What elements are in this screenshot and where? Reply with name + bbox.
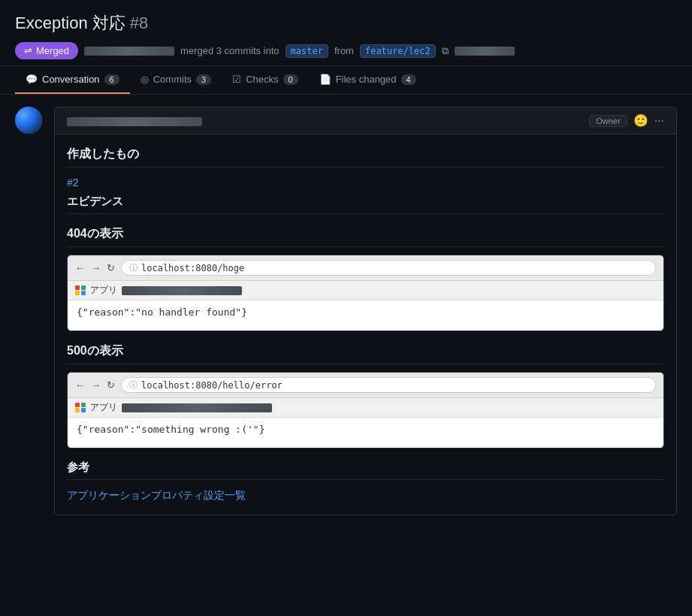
comment-box: Owner 🙂 ··· 作成したもの #2 エビデンス 404の表示 ← → ↻… xyxy=(54,107,677,515)
comment-header-actions: Owner 🙂 ··· xyxy=(589,113,664,128)
files-count: 4 xyxy=(401,74,416,85)
info-icon-500: ⓘ xyxy=(129,379,137,391)
url-text-404: localhost:8080/hoge xyxy=(141,263,244,273)
reload-button-500[interactable]: ↻ xyxy=(107,379,115,391)
commits-icon: ◎ xyxy=(141,74,149,85)
browser-bookmarks-500: アプリ xyxy=(68,398,663,418)
info-icon: ⓘ xyxy=(129,262,137,273)
tab-conversation[interactable]: 💬 Conversation 6 xyxy=(15,66,130,94)
conversation-count: 6 xyxy=(104,74,119,85)
section-evidence-heading: エビデンス xyxy=(67,195,664,214)
checks-count: 0 xyxy=(283,74,298,85)
reference-link[interactable]: アプリケーションプロパティ設定一覧 xyxy=(67,489,664,503)
url-text-500: localhost:8080/hello/error xyxy=(141,380,283,391)
back-button[interactable]: ← xyxy=(75,262,85,273)
browser-mock-500: ← → ↻ ⓘ localhost:8080/hello/error xyxy=(67,372,664,448)
pr-title: Exception 対応 #8 xyxy=(15,12,677,35)
emoji-reaction-button[interactable]: 🙂 xyxy=(633,113,648,128)
bookmark-500-redacted xyxy=(122,403,272,412)
url-bar-404[interactable]: ⓘ localhost:8080/hoge xyxy=(121,260,656,276)
back-button-500[interactable]: ← xyxy=(75,379,85,391)
forward-button[interactable]: → xyxy=(91,262,101,273)
bookmark-redacted xyxy=(122,286,242,295)
section-reference-heading: 参考 xyxy=(67,460,664,480)
browser-mock-404: ← → ↻ ⓘ localhost:8080/hoge アプリ xyxy=(67,255,664,331)
section-500-title: 500の表示 xyxy=(67,343,664,364)
target-branch[interactable]: master xyxy=(286,44,328,58)
browser-bookmarks-404: アプリ xyxy=(68,281,663,300)
extra-meta-redacted xyxy=(455,47,515,56)
merged-badge: ⇌ Merged xyxy=(15,42,78,59)
pr-meta: ⇌ Merged merged 3 commits into master fr… xyxy=(15,42,677,59)
browser-toolbar-500: ← → ↻ ⓘ localhost:8080/hello/error xyxy=(68,373,663,398)
avatar xyxy=(15,107,42,134)
reload-button[interactable]: ↻ xyxy=(107,262,115,273)
section-404-title: 404の表示 xyxy=(67,226,664,247)
browser-toolbar-404: ← → ↻ ⓘ localhost:8080/hoge xyxy=(68,255,663,281)
browser-response-404: {"reason":"no handler found"} xyxy=(68,300,663,331)
tabs: 💬 Conversation 6 ◎ Commits 3 ☑ Checks 0 … xyxy=(0,66,692,95)
issue-link[interactable]: #2 xyxy=(67,177,79,189)
section-created-heading: 作成したもの xyxy=(67,146,664,168)
apps-icon-500 xyxy=(75,403,86,413)
more-options-button[interactable]: ··· xyxy=(654,114,664,128)
comment-body: 作成したもの #2 エビデンス 404の表示 ← → ↻ ⓘ localhost… xyxy=(55,134,676,515)
content-area: Owner 🙂 ··· 作成したもの #2 エビデンス 404の表示 ← → ↻… xyxy=(0,95,692,527)
tab-checks[interactable]: ☑ Checks 0 xyxy=(222,66,308,94)
source-branch[interactable]: feature/lec2 xyxy=(360,44,436,58)
author-redacted xyxy=(84,47,174,56)
files-icon: 📄 xyxy=(319,74,331,85)
conversation-icon: 💬 xyxy=(26,74,38,85)
tab-files-changed[interactable]: 📄 Files changed 4 xyxy=(309,66,427,94)
apps-icon xyxy=(75,285,86,296)
comment-author-name xyxy=(67,117,202,126)
comment-header: Owner 🙂 ··· xyxy=(55,107,676,134)
tab-commits[interactable]: ◎ Commits 3 xyxy=(130,66,222,94)
url-bar-500[interactable]: ⓘ localhost:8080/hello/error xyxy=(121,377,656,393)
comment-author xyxy=(67,115,202,126)
owner-badge: Owner xyxy=(589,115,627,127)
browser-response-500: {"reason":"something wrong :('"} xyxy=(68,418,663,448)
avatar-image xyxy=(15,107,42,134)
forward-button-500[interactable]: → xyxy=(91,379,101,391)
commits-count: 3 xyxy=(196,74,211,85)
page-header: Exception 対応 #8 ⇌ Merged merged 3 commit… xyxy=(0,0,692,66)
checks-icon: ☑ xyxy=(232,74,241,85)
copy-icon[interactable]: ⧉ xyxy=(442,45,449,57)
merged-icon: ⇌ xyxy=(24,45,32,56)
